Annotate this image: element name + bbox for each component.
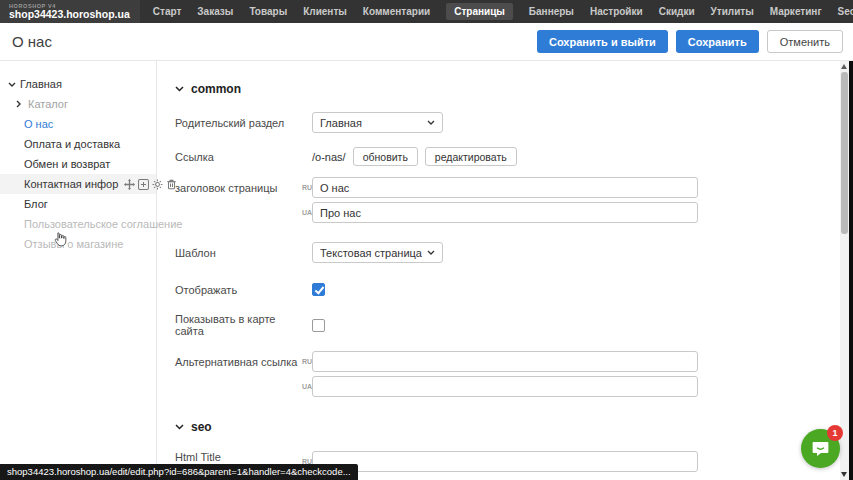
alt-link-ru-input[interactable] [312, 351, 698, 372]
chevron-down-icon [175, 86, 184, 92]
cancel-button[interactable]: Отменить [767, 30, 843, 53]
header-buttons: Сохранить и выйти Сохранить Отменить [537, 30, 843, 53]
section-title: common [191, 82, 241, 96]
lang-badge-ua: UA [302, 383, 312, 390]
link-refresh-button[interactable]: обновить [353, 147, 418, 166]
move-icon[interactable] [124, 179, 135, 190]
pages-tree-sidebar: Главная Каталог О нас Оплата и доставка … [0, 61, 157, 480]
tree-item-label: О нас [24, 118, 53, 130]
scrollbar-thumb[interactable] [841, 72, 848, 234]
field-label: Ссылка [175, 151, 302, 163]
tree-item-glavnaya[interactable]: Главная [0, 74, 156, 94]
sitemap-row: Показывать в карте сайта [175, 313, 853, 337]
app-window: HOROSHOP V4 shop34423.horoshop.ua Старт … [0, 0, 853, 480]
alt-link-ru-row: Альтернативная ссылка RU [175, 351, 853, 372]
tree-item-blog[interactable]: Блог [0, 194, 156, 214]
html-title-ru-input[interactable] [312, 451, 698, 472]
browser-status-url: shop34423.horoshop.ua/edit/edit.php?id=6… [0, 464, 358, 480]
parent-section-select[interactable]: Главная [312, 112, 443, 133]
chevron-down-icon[interactable] [8, 82, 16, 87]
menu-item-comments[interactable]: Комментарии [363, 3, 430, 20]
field-label: заголовок страницы [175, 182, 302, 194]
link-row: Ссылка /o-nas/ обновить редактировать [175, 147, 853, 166]
menu-item-clients[interactable]: Клиенты [303, 3, 347, 20]
screen-edge-strip [849, 61, 853, 480]
page-header: О нас Сохранить и выйти Сохранить Отмени… [0, 23, 853, 61]
select-value: Текстовая страница [320, 247, 422, 259]
field-label: Альтернативная ссылка [175, 356, 302, 368]
tree-item-otzyvy-o-magazine[interactable]: Отзывы о магазине [0, 234, 156, 254]
body: Главная Каталог О нас Оплата и доставка … [0, 61, 853, 480]
tree-item-label: Каталог [28, 98, 68, 110]
lang-badge-ru: RU [302, 184, 312, 191]
chevron-down-icon [427, 250, 435, 255]
add-icon[interactable] [138, 179, 149, 190]
menu-item-utilities[interactable]: Утилиты [711, 3, 754, 20]
tree-item-katalog[interactable]: Каталог [0, 94, 156, 114]
field-label: Шаблон [175, 247, 302, 259]
section-seo-header[interactable]: seo [175, 419, 853, 434]
field-label: Родительский раздел [175, 117, 302, 129]
alt-link-ua-input[interactable] [312, 376, 698, 397]
tree-item-label: Контактная инфор [24, 178, 118, 190]
tree-item-oplata-i-dostavka[interactable]: Оплата и доставка [0, 134, 156, 154]
menu-item-settings[interactable]: Настройки [590, 3, 643, 20]
tree-item-label: Отзывы о магазине [24, 238, 123, 250]
parent-section-row: Родительский раздел Главная [175, 112, 853, 133]
logo[interactable]: HOROSHOP V4 shop34423.horoshop.ua [0, 0, 140, 23]
lang-badge-ua: UA [302, 209, 312, 216]
lang-badge-ru: RU [302, 358, 312, 365]
save-and-exit-button[interactable]: Сохранить и выйти [537, 30, 668, 53]
tree-item-label: Оплата и доставка [24, 138, 120, 150]
menu-item-orders[interactable]: Заказы [197, 3, 233, 20]
chevron-down-icon [175, 424, 184, 430]
tree-item-o-nas[interactable]: О нас [0, 114, 156, 134]
menu-item-pages[interactable]: Страницы [446, 3, 513, 20]
tree-item-obmen-i-vozvrat[interactable]: Обмен и возврат [0, 154, 156, 174]
tree-item-label: Обмен и возврат [24, 158, 110, 170]
chevron-right-icon[interactable] [16, 100, 24, 108]
template-row: Шаблон Текстовая страница [175, 242, 853, 263]
page-title-ru-input[interactable] [312, 177, 698, 198]
display-row: Отображать [175, 283, 853, 296]
link-path-value: /o-nas/ [312, 151, 346, 163]
logo-domain: shop34423.horoshop.ua [9, 9, 130, 20]
display-checkbox[interactable] [312, 283, 325, 296]
menu-item-banners[interactable]: Баннеры [529, 3, 574, 20]
chevron-down-icon [427, 120, 435, 125]
menu-item-start[interactable]: Старт [153, 3, 182, 20]
topbar: HOROSHOP V4 shop34423.horoshop.ua Старт … [0, 0, 853, 23]
vertical-scrollbar[interactable] [840, 61, 849, 480]
main-menu: Старт Заказы Товары Клиенты Комментарии … [153, 3, 853, 20]
page-title-ru-row: заголовок страницы RU [175, 177, 853, 198]
tree-item-label: Блог [24, 198, 48, 210]
page-title: О нас [12, 33, 52, 50]
tree-item-kontaktnaya-infor[interactable]: Контактная инфор [0, 174, 156, 194]
field-label: Отображать [175, 284, 302, 296]
tree-item-polzovatelskoe-soglashenie[interactable]: Пользовательское соглашение [0, 214, 156, 234]
page-title-ua-row: UA [175, 202, 853, 223]
scroll-up-icon[interactable] [841, 64, 847, 69]
menu-item-marketing[interactable]: Маркетинг [770, 3, 822, 20]
link-edit-button[interactable]: редактировать [425, 147, 517, 166]
section-title: seo [191, 420, 212, 434]
scroll-down-icon[interactable] [841, 472, 847, 477]
chat-unread-badge: 1 [827, 425, 843, 441]
page-title-ua-input[interactable] [312, 202, 698, 223]
sitemap-checkbox[interactable] [312, 319, 325, 332]
field-label: Показывать в карте сайта [175, 313, 302, 337]
section-common-header[interactable]: common [175, 81, 853, 96]
menu-item-discounts[interactable]: Скидки [659, 3, 695, 20]
menu-item-products[interactable]: Товары [249, 3, 287, 20]
alt-link-ua-row: UA [175, 376, 853, 397]
menu-item-seo[interactable]: Seo [838, 3, 853, 20]
chat-bubble-icon [810, 438, 831, 459]
field-label: Html Title [175, 451, 221, 463]
tree-item-label: Главная [20, 78, 62, 90]
template-select[interactable]: Текстовая страница [312, 242, 443, 263]
page-edit-form: common Родительский раздел Главная Ссылк… [157, 61, 853, 480]
select-value: Главная [320, 117, 362, 129]
chat-widget-button[interactable]: 1 [801, 429, 840, 468]
save-button[interactable]: Сохранить [676, 30, 759, 53]
